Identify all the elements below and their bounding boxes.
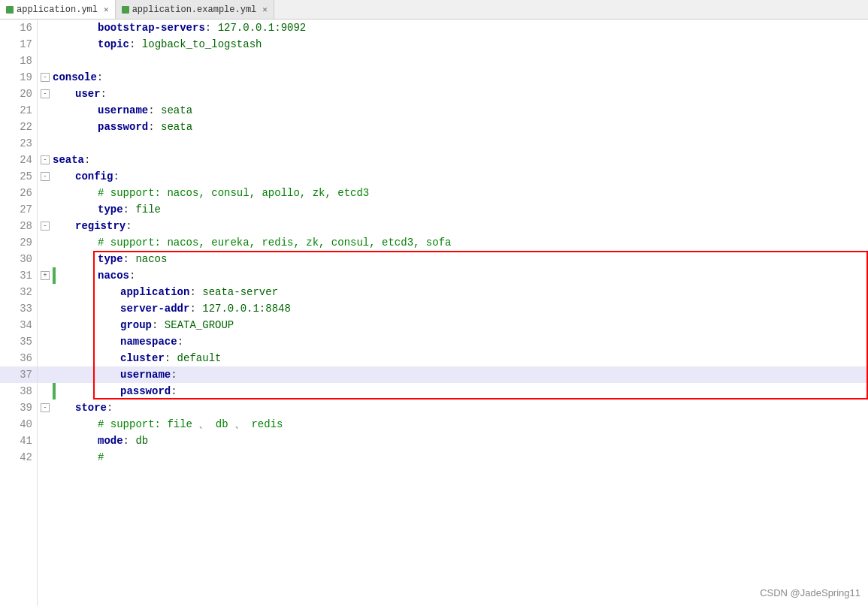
key-38: password (120, 383, 171, 399)
line-number-26: 26 (0, 185, 37, 201)
colon-17: : (129, 36, 135, 53)
key-30: type (98, 251, 123, 267)
line-number-40: 40 (0, 416, 37, 433)
value-32: seata-server (196, 284, 278, 300)
gutter-cell-17 (38, 36, 53, 53)
gutter-cell-29 (38, 234, 53, 251)
key-21: username (98, 102, 148, 119)
code-line-27: type: file (53, 201, 868, 218)
code-line-39: store: (53, 399, 868, 416)
colon-19: : (97, 69, 103, 86)
tab-label-1: application.example.yml (132, 5, 257, 15)
comment-26: # support: nacos, consul, apollo, zk, et… (98, 185, 369, 201)
gutter-cell-37 (38, 366, 53, 383)
key-31: nacos (98, 267, 129, 284)
line-number-22: 22 (0, 119, 37, 135)
gutter-cell-16 (38, 20, 53, 36)
colon-27: : (123, 201, 129, 218)
code-line-17: topic: logback_to_logstash (53, 36, 868, 53)
key-39: store (75, 399, 107, 416)
code-line-35: namespace: (53, 333, 868, 350)
value-17: logback_to_logstash (135, 36, 262, 53)
value-36: default (171, 350, 221, 366)
line-number-42: 42 (0, 449, 37, 466)
colon-24: : (84, 152, 90, 168)
key-36: cluster (120, 350, 165, 366)
code-line-36: cluster: default (53, 350, 868, 366)
gutter-cell-36 (38, 350, 53, 366)
key-33: server-addr (120, 300, 189, 317)
code-line-40: # support: file 、 db 、 redis (53, 416, 868, 433)
code-line-21: username: seata (53, 102, 868, 119)
line-number-39: 39 (0, 399, 37, 416)
line-number-37: 37 (0, 366, 37, 383)
line-number-34: 34 (0, 317, 37, 333)
gutter-cell-35 (38, 333, 53, 350)
tab-1[interactable]: application.example.yml✕ (116, 0, 274, 19)
colon-34: : (152, 317, 158, 333)
value-34: SEATA_GROUP (158, 317, 234, 333)
tab-close-1[interactable]: ✕ (262, 5, 268, 14)
gutter-cell-30 (38, 251, 53, 267)
line-number-28: 28 (0, 218, 37, 234)
line-number-41: 41 (0, 433, 37, 449)
code-line-22: password: seata (53, 119, 868, 135)
fold-button-39[interactable]: - (41, 403, 50, 412)
code-line-42: # (53, 449, 868, 466)
colon-32: : (189, 284, 195, 300)
colon-31: : (129, 267, 135, 284)
code-line-37: username: (53, 366, 868, 383)
fold-button-19[interactable]: - (41, 73, 50, 82)
line-number-16: 16 (0, 20, 37, 36)
comment-29: # support: nacos, eureka, redis, zk, con… (98, 234, 451, 251)
line-number-32: 32 (0, 284, 37, 300)
value-16: 127.0.0.1:9092 (211, 20, 306, 36)
key-20: user (75, 86, 101, 102)
line-number-35: 35 (0, 333, 37, 350)
gutter-cell-27 (38, 201, 53, 218)
value-21: seata (155, 102, 192, 119)
colon-16: : (205, 20, 211, 36)
key-17: topic (98, 36, 129, 53)
code-line-19: console: (53, 69, 868, 86)
key-32: application (120, 284, 189, 300)
code-line-33: server-addr: 127.0.0.1:8848 (53, 300, 868, 317)
fold-button-31[interactable]: + (41, 271, 50, 280)
colon-39: : (107, 399, 113, 416)
colon-28: : (126, 218, 132, 234)
editor-container: application.yml✕application.example.yml✕… (0, 0, 868, 606)
line-number-33: 33 (0, 300, 37, 317)
gutter-cell-40 (38, 416, 53, 433)
tab-bar: application.yml✕application.example.yml✕ (0, 0, 868, 20)
code-line-23 (53, 135, 868, 152)
code-line-34: group: SEATA_GROUP (53, 317, 868, 333)
code-area: 1617181920212223242526272829303132333435… (0, 20, 868, 606)
line-number-column: 1617181920212223242526272829303132333435… (0, 20, 38, 606)
gutter-cell-41 (38, 433, 53, 449)
gutter-cell-31: + (38, 267, 53, 284)
code-line-26: # support: nacos, consul, apollo, zk, et… (53, 185, 868, 201)
fold-button-28[interactable]: - (41, 222, 50, 231)
fold-button-25[interactable]: - (41, 172, 50, 181)
line-number-25: 25 (0, 168, 37, 185)
green-bar-38 (53, 383, 56, 399)
watermark: CSDN @JadeSpring11 (760, 587, 860, 598)
code-line-16: bootstrap-servers: 127.0.0.1:9092 (53, 20, 868, 36)
line-number-29: 29 (0, 234, 37, 251)
gutter-cell-24: - (38, 152, 53, 168)
fold-button-20[interactable]: - (41, 89, 50, 98)
key-19: console (53, 69, 97, 86)
colon-20: : (101, 86, 107, 102)
colon-37: : (171, 366, 177, 383)
code-line-41: mode: db (53, 433, 868, 449)
code-line-30: type: nacos (53, 251, 868, 267)
tab-close-0[interactable]: ✕ (104, 5, 109, 14)
code-line-18 (53, 53, 868, 69)
gutter-cell-34 (38, 317, 53, 333)
key-22: password (98, 119, 148, 135)
tab-0[interactable]: application.yml✕ (0, 0, 116, 19)
gutter-cell-28: - (38, 218, 53, 234)
colon-41: : (123, 433, 129, 449)
fold-button-24[interactable]: - (41, 155, 50, 164)
value-33: 127.0.0.1:8848 (196, 300, 291, 317)
